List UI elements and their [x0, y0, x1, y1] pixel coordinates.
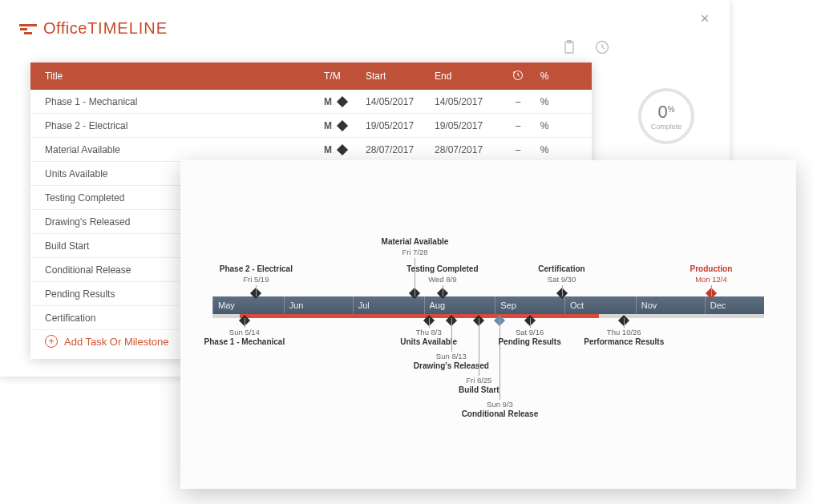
progress-gauge: 0% Complete [638, 88, 694, 144]
svg-rect-2 [24, 32, 32, 34]
milestone-title: Certification [538, 264, 584, 275]
diamond-icon [337, 95, 348, 107]
milestone-title: Pending Results [498, 337, 560, 348]
timeline-band: MayJunJulAugSepOctNovDec [212, 296, 764, 314]
row-duration: – [504, 96, 532, 107]
titlebar: OfficeTIMELINE × [0, 0, 730, 56]
milestone-connector [245, 318, 245, 328]
milestone-label: Phase 2 - ElectricalFri 5/19 [220, 264, 293, 284]
milestone-connector [451, 318, 452, 352]
row-end: 28/07/2017 [435, 144, 504, 155]
toolbar [563, 40, 609, 58]
row-duration: – [504, 120, 532, 131]
add-task-label: Add Task Or Milestone [64, 336, 169, 348]
history-icon[interactable] [595, 40, 609, 58]
milestone-label: Sat 9/16Pending Results [498, 328, 560, 347]
column-end[interactable]: End [435, 71, 504, 82]
column-title[interactable]: Title [45, 71, 324, 82]
logo-icon [19, 21, 37, 35]
milestone-connector [429, 318, 430, 328]
milestone-label: Material AvailableFri 7/28 [382, 237, 449, 256]
milestone-date: Thu 10/26 [584, 328, 664, 337]
month-label: Dec [705, 296, 726, 314]
timeline-band-wrap: MayJunJulAugSepOctNovDec [212, 296, 764, 317]
table-row[interactable]: Phase 1 - MechanicalM14/05/201714/05/201… [30, 90, 592, 114]
month-label: Jun [284, 296, 304, 314]
milestone-date: Mon 12/4 [690, 275, 733, 284]
milestone-title: Material Available [382, 237, 449, 248]
close-button[interactable]: × [699, 13, 710, 24]
row-end: 14/05/2017 [435, 96, 504, 107]
milestone-label: Sun 9/3Conditional Release [462, 400, 539, 419]
milestone-date: Thu 8/3 [400, 328, 457, 337]
milestone-title: Drawing's Released [414, 361, 489, 372]
logo-text: OfficeTIMELINE [43, 19, 168, 38]
table-row[interactable]: Material AvailableM28/07/201728/07/2017–… [30, 138, 592, 162]
svg-rect-0 [19, 24, 37, 26]
milestone-label: Testing CompletedWed 8/9 [406, 264, 478, 284]
milestone-label: Sun 5/14Phase 1 - Mechanical [204, 328, 285, 347]
milestone-date: Sat 9/16 [498, 328, 560, 337]
row-tm: M [324, 144, 366, 155]
svg-rect-1 [20, 28, 27, 30]
milestone-date: Fri 8/25 [459, 376, 500, 385]
clipboard-icon[interactable] [563, 40, 576, 58]
row-end: 19/05/2017 [435, 120, 504, 131]
plus-icon: + [45, 335, 58, 348]
row-percent: % [532, 96, 556, 107]
timeline-progress-bar [212, 314, 764, 318]
milestone-label: Fri 8/25Build Start [459, 376, 500, 395]
row-start: 14/05/2017 [366, 96, 435, 107]
table-header: Title T/M Start End % [30, 62, 592, 90]
month-label: Sep [495, 296, 516, 314]
row-start: 19/05/2017 [366, 120, 435, 131]
row-tm: M [324, 120, 366, 131]
column-duration-icon[interactable] [504, 70, 532, 83]
milestone-title: Conditional Release [462, 409, 539, 420]
milestone-connector [562, 285, 563, 296]
diamond-icon [337, 119, 348, 131]
milestone-label: Sun 8/13Drawing's Released [414, 352, 489, 371]
row-start: 28/07/2017 [366, 144, 435, 155]
row-title: Phase 1 - Mechanical [45, 96, 324, 107]
milestone-connector [256, 285, 257, 296]
milestone-date: Sat 9/30 [538, 275, 584, 284]
milestone-date: Sun 9/3 [462, 400, 539, 409]
milestone-title: Production [690, 264, 733, 275]
milestone-title: Phase 2 - Electrical [220, 264, 293, 275]
milestone-date: Sun 5/14 [204, 328, 285, 337]
milestone-title: Performance Results [584, 337, 664, 348]
milestone-title: Testing Completed [406, 264, 478, 275]
gauge-label: Complete [651, 123, 682, 131]
milestone-connector [624, 318, 625, 328]
milestone-title: Build Start [459, 385, 500, 396]
column-tm[interactable]: T/M [324, 71, 366, 82]
column-start[interactable]: Start [366, 71, 435, 82]
month-label: Aug [424, 296, 446, 314]
month-label: Jul [353, 296, 370, 314]
add-task-link[interactable]: + Add Task Or Milestone [45, 335, 169, 348]
milestone-title: Phase 1 - Mechanical [204, 337, 285, 348]
milestone-label: Thu 10/26Performance Results [584, 328, 664, 347]
app-logo: OfficeTIMELINE [19, 19, 168, 38]
month-label: May [212, 296, 235, 314]
milestone-date: Sun 8/13 [414, 352, 489, 361]
timeline-preview: MayJunJulAugSepOctNovDec Phase 2 - Elect… [180, 160, 796, 489]
milestone-connector [443, 285, 443, 296]
row-percent: % [532, 120, 556, 131]
table-row[interactable]: Phase 2 - ElectricalM19/05/201719/05/201… [30, 114, 592, 138]
diamond-icon [337, 143, 348, 155]
milestone-connector [711, 285, 712, 296]
row-tm: M [324, 96, 366, 107]
column-percent[interactable]: % [532, 71, 556, 82]
milestone-connector [479, 318, 479, 376]
row-duration: – [504, 144, 532, 155]
month-label: Nov [636, 296, 657, 314]
milestone-date: Fri 5/19 [220, 275, 293, 284]
milestone-connector [530, 318, 531, 328]
milestone-label: Thu 8/3Units Available [400, 328, 457, 347]
row-title: Material Available [45, 144, 324, 155]
row-title: Phase 2 - Electrical [45, 120, 324, 131]
milestone-label: ProductionMon 12/4 [690, 264, 733, 284]
milestone-date: Wed 8/9 [406, 275, 478, 284]
